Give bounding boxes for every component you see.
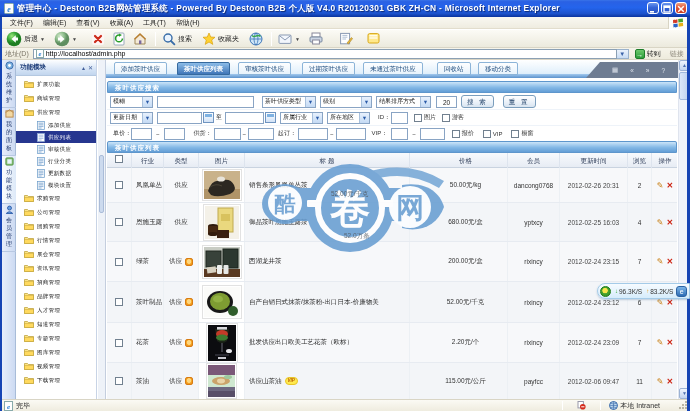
favorites-button[interactable]: 收藏夹: [202, 32, 239, 46]
row-title[interactable]: 御品茶叶恩施玉露茶: [245, 203, 410, 241]
delete-icon[interactable]: ✕: [667, 377, 674, 386]
delete-icon[interactable]: ✕: [667, 257, 674, 266]
forward-dropdown-icon[interactable]: ▼: [72, 36, 77, 42]
menu-tools[interactable]: 工具(T): [138, 18, 171, 28]
tree-item[interactable]: 品牌管理: [16, 289, 96, 303]
tree-item[interactable]: 下载管理: [16, 373, 96, 387]
row-image[interactable]: [199, 323, 245, 362]
forward-button[interactable]: ▼: [54, 31, 77, 47]
tab-move-category[interactable]: 移动分类: [478, 62, 518, 75]
row-image[interactable]: [199, 363, 245, 399]
back-button[interactable]: 后退 ▼: [6, 31, 45, 47]
level-select[interactable]: 级别▼: [320, 96, 372, 108]
menu-file[interactable]: 文件(F): [5, 18, 38, 28]
guest-checkbox[interactable]: 游客: [442, 113, 464, 122]
row-checkbox[interactable]: [115, 298, 123, 306]
strip-tab-system[interactable]: 系统维护: [2, 60, 16, 108]
menu-edit[interactable]: 编辑(E): [38, 18, 71, 28]
fuzzy-select[interactable]: 模糊▼: [110, 96, 153, 108]
price-from-input[interactable]: [131, 128, 152, 140]
tab-recycle-bin[interactable]: 回收站: [437, 62, 471, 75]
row-title[interactable]: 自产自销日式抹茶/抹茶粉-出口日本-价廉物美: [245, 282, 410, 322]
mail-dropdown-icon[interactable]: ▼: [295, 36, 300, 42]
vip-to-input[interactable]: [420, 128, 445, 140]
tree-item[interactable]: 招商管理: [16, 275, 96, 289]
checkbox[interactable]: [511, 130, 519, 138]
home-button[interactable]: [133, 32, 147, 46]
refresh-button[interactable]: [112, 32, 126, 46]
tree-item[interactable]: 求购管理: [16, 191, 96, 205]
checkbox[interactable]: [414, 114, 422, 122]
tree-item[interactable]: 更新数据: [16, 167, 96, 179]
row-member[interactable]: payfcc: [508, 363, 560, 399]
calendar-icon[interactable]: [265, 112, 276, 123]
row-checkbox[interactable]: [115, 218, 123, 226]
date-field-select[interactable]: 更新日期▼: [110, 112, 153, 124]
frame-next-icon[interactable]: »: [646, 67, 650, 74]
tab-add-supply[interactable]: 添加茶叶供应: [114, 62, 167, 75]
chevron-down-icon[interactable]: ▼: [361, 97, 371, 107]
tree-scrollbar[interactable]: [98, 60, 106, 399]
row-member[interactable]: rixincy: [508, 242, 560, 281]
image-checkbox[interactable]: 图片: [414, 113, 436, 122]
back-dropdown-icon[interactable]: ▼: [40, 36, 45, 42]
menu-view[interactable]: 查看(V): [71, 18, 104, 28]
panel-close-icon[interactable]: ✕: [88, 64, 93, 71]
go-button[interactable]: → 转到: [635, 49, 661, 59]
scroll-down-icon[interactable]: ▼: [679, 388, 687, 399]
scrollbar-thumb[interactable]: [679, 72, 687, 100]
row-checkbox[interactable]: [115, 377, 123, 385]
strip-tab-members[interactable]: 会员管理: [2, 204, 16, 252]
network-speed-widget[interactable]: ↓ 96.3K/S ↑ 83.2K/S e: [597, 283, 690, 299]
row-title[interactable]: 销售条形凤凰单丛茶: [245, 168, 410, 202]
row-image[interactable]: [199, 168, 245, 202]
row-image[interactable]: [199, 242, 245, 281]
checkbox[interactable]: [483, 130, 491, 138]
edit-icon[interactable]: ✎: [657, 338, 664, 347]
tree-item[interactable]: 图库管理: [16, 345, 96, 359]
keyword-input[interactable]: [157, 96, 254, 108]
chevron-down-icon[interactable]: ▼: [305, 97, 315, 107]
strip-tab-panel[interactable]: 我的面板: [2, 108, 16, 156]
region-select[interactable]: 所在地区▼: [327, 112, 370, 124]
pin-icon[interactable]: ▴: [82, 64, 85, 71]
chevron-down-icon[interactable]: ▼: [359, 113, 369, 123]
row-image[interactable]: [199, 282, 245, 322]
maximize-button[interactable]: [661, 2, 673, 14]
row-member[interactable]: yptxcy: [508, 203, 560, 241]
row-checkbox[interactable]: [115, 181, 123, 189]
tab-expired-supply[interactable]: 过期茶叶供应: [302, 62, 355, 75]
minorder-to-input[interactable]: [336, 128, 366, 140]
search-submit-button[interactable]: 搜 索: [461, 95, 494, 108]
row-checkbox[interactable]: [115, 339, 123, 347]
tree-item[interactable]: 扩展功能: [16, 77, 96, 91]
chevron-down-icon[interactable]: ▼: [312, 113, 322, 123]
tree-item[interactable]: 模块设置: [16, 179, 96, 191]
tab-rejected-supply[interactable]: 未通过茶叶供应: [363, 62, 423, 75]
frame-prev-icon[interactable]: «: [630, 67, 634, 74]
sort-select[interactable]: 结果排序方式▼: [376, 96, 431, 108]
print-button[interactable]: [309, 32, 323, 45]
row-checkbox[interactable]: [115, 258, 123, 266]
tree-item[interactable]: 商城管理: [16, 91, 96, 105]
select-all-checkbox[interactable]: [115, 155, 123, 163]
strip-tab-modules[interactable]: 功能模块: [2, 156, 16, 204]
row-title[interactable]: 批发供应出口欧美工艺花茶（欧标）: [245, 323, 410, 362]
search-button[interactable]: 搜索: [162, 32, 192, 46]
tree-scrollbar-thumb[interactable]: [99, 155, 104, 213]
checkbox[interactable]: [442, 114, 450, 122]
menu-favorites[interactable]: 收藏(A): [105, 18, 138, 28]
tree-item[interactable]: 资讯管理: [16, 261, 96, 275]
industry-select[interactable]: 所属行业▼: [280, 112, 323, 124]
edit-icon[interactable]: ✎: [657, 218, 664, 227]
calendar-icon[interactable]: [203, 112, 214, 123]
scroll-up-icon[interactable]: ▲: [679, 60, 687, 71]
minorder-from-input[interactable]: [298, 128, 328, 140]
stop-button[interactable]: [91, 32, 105, 46]
mail-button[interactable]: ▼: [278, 33, 300, 45]
tree-item[interactable]: 团购管理: [16, 219, 96, 233]
tree-item[interactable]: 专题管理: [16, 331, 96, 345]
tree-item[interactable]: 知道管理: [16, 317, 96, 331]
history-button[interactable]: [249, 32, 263, 46]
tree-item[interactable]: 审核供应: [16, 143, 96, 155]
